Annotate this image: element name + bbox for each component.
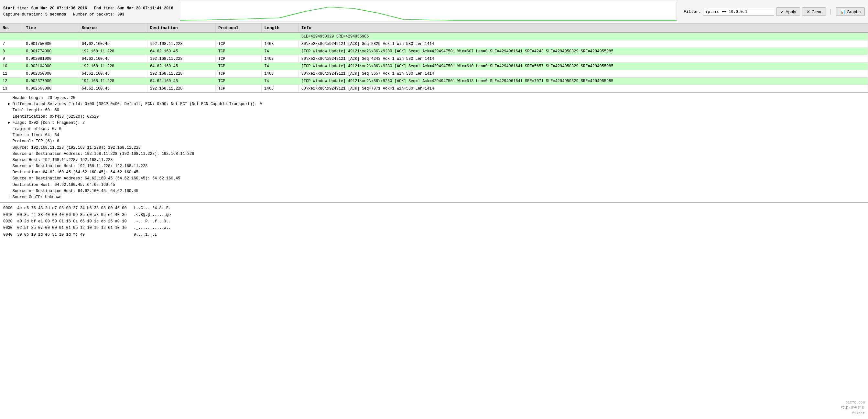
detail-line: Header Length: 20 bytes: 20 [3, 95, 865, 101]
table-row[interactable]: SLE=4294950329 SRE=4294955985 [0, 33, 868, 40]
clear-button[interactable]: ✕ Clear [802, 7, 826, 16]
cell-protocol [215, 33, 261, 40]
apply-button[interactable]: ✓ Apply [776, 7, 800, 16]
hex-line: 0030 02 5f 85 07 00 00 01 01 05 12 10 1e… [3, 225, 865, 231]
graph-svg [180, 2, 677, 21]
end-label: End time: [94, 6, 115, 11]
col-header-protocol: Protocol [215, 24, 261, 33]
cell-protocol: TCP [215, 85, 261, 93]
cell-length: 74 [261, 48, 299, 55]
detail-pane: Header Length: 20 bytes: 20 ► Differenti… [0, 93, 868, 202]
apply-label: Apply [785, 9, 796, 14]
detail-line: Source or Destination Host: 64.62.160.45… [3, 188, 865, 194]
hex-line: 0000 4c e6 76 43 2d e7 08 00 27 34 b6 38… [3, 205, 865, 212]
cell-source: 64.62.160.45 [79, 55, 147, 63]
cell-no [0, 33, 23, 40]
cell-destination: 64.62.160.45 [147, 77, 215, 85]
cell-time: 0.001774000 [23, 48, 79, 55]
graph-container [180, 2, 677, 21]
capture-info: Start time: Sun Mar 20 07:11:36 2016 End… [3, 5, 173, 18]
graphs-button[interactable]: 📊 Graphs [836, 7, 865, 16]
packets-label: Number of packets: [73, 12, 115, 17]
clear-label: Clear [811, 9, 822, 14]
cell-source: 64.62.160.45 [79, 40, 147, 48]
cell-source: 192.168.11.228 [79, 77, 147, 85]
detail-line: Total Length: 60: 60 [3, 107, 865, 114]
cell-length: 1468 [261, 40, 299, 48]
packet-tbody: SLE=4294950329 SRE=429495598570.00175000… [0, 33, 868, 93]
table-row[interactable]: 100.002104000192.168.11.22864.62.160.45T… [0, 63, 868, 70]
table-row[interactable]: 110.00235000064.62.160.45192.168.11.228T… [0, 70, 868, 77]
watermark-line1: 51CTO.com [841, 400, 865, 406]
detail-line: Source or Destination Address: 64.62.160… [3, 175, 865, 182]
detail-line: Time to live: 64: 64 [3, 132, 865, 138]
cell-time: 0.002081000 [23, 55, 79, 63]
watermark-line2: 技术·改变世界 [841, 405, 865, 411]
detail-line: Protocol: TCP (6): 6 [3, 138, 865, 144]
end-value: Sun Mar 20 07:11:41 2016 [117, 6, 173, 11]
detail-line: Destination Host: 64.62.160.45: 64.62.16… [3, 182, 865, 188]
col-header-source: Source [79, 24, 147, 33]
cell-time: 0.002663000 [23, 85, 79, 93]
cell-info: [TCP Window Update] 49121\xe2\x86\x9280 … [299, 63, 868, 70]
hex-line: 0020 a0 2d bf e1 00 50 01 16 0a 66 10 1d… [3, 218, 865, 225]
capture-duration-value: 5 seconds [45, 12, 66, 17]
table-row[interactable]: 130.00266300064.62.160.45192.168.11.228T… [0, 85, 868, 93]
table-row[interactable]: 120.002377000192.168.11.22864.62.160.45T… [0, 77, 868, 85]
cell-source: 64.62.160.45 [79, 85, 147, 93]
cell-length [261, 33, 299, 40]
hex-pane: 0000 4c e6 76 43 2d e7 08 00 27 34 b6 38… [0, 202, 868, 240]
table-header-row: No. Time Source Destination Protocol Len… [0, 24, 868, 33]
hex-line: 0010 00 3c f4 38 40 00 40 06 99 8b c0 a8… [3, 212, 865, 218]
packet-table: No. Time Source Destination Protocol Len… [0, 24, 868, 93]
cell-protocol: TCP [215, 40, 261, 48]
cell-destination [147, 33, 215, 40]
capture-duration-label: Capture duration: [3, 12, 43, 17]
cell-no: 7 [0, 40, 23, 48]
cell-length: 74 [261, 77, 299, 85]
cell-length: 74 [261, 63, 299, 70]
table-row[interactable]: 70.00175000064.62.160.45192.168.11.228TC… [0, 40, 868, 48]
col-header-destination: Destination [147, 24, 215, 33]
cell-no: 10 [0, 63, 23, 70]
cell-info: SLE=4294950329 SRE=4294955985 [299, 33, 868, 40]
filter-label: Filter: [683, 9, 701, 14]
col-header-time: Time [23, 24, 79, 33]
cell-info: 80\xe2\x86\x9249121 [ACK] Seq=7071 Ack=1… [299, 85, 868, 93]
detail-line: ► Differentiated Services Field: 0x00 (D… [3, 101, 865, 107]
filter-area: Filter: ✓ Apply ✕ Clear | 📊 Graphs [683, 7, 865, 16]
cell-no: 12 [0, 77, 23, 85]
cell-length: 1468 [261, 55, 299, 63]
col-header-length: Length [261, 24, 299, 33]
detail-line: Source or Destination Address: 192.168.1… [3, 151, 865, 157]
separator: | [829, 8, 833, 15]
cell-destination: 192.168.11.228 [147, 40, 215, 48]
col-header-no: No. [0, 24, 23, 33]
cell-length: 1468 [261, 70, 299, 77]
cell-destination: 192.168.11.228 [147, 55, 215, 63]
clear-icon: ✕ [806, 9, 810, 14]
cell-source [79, 33, 147, 40]
detail-line: Source or Destination Host: 192.168.11.2… [3, 163, 865, 169]
cell-no: 13 [0, 85, 23, 93]
cell-destination: 192.168.11.228 [147, 70, 215, 77]
watermark: 51CTO.com 技术·改变世界 filter [841, 400, 865, 416]
table-row[interactable]: 80.001774000192.168.11.22864.62.160.45TC… [0, 48, 868, 55]
cell-protocol: TCP [215, 77, 261, 85]
detail-line: Fragment offset: 0: 0 [3, 126, 865, 132]
watermark-line3: filter [841, 411, 865, 416]
header-bar: Start time: Sun Mar 20 07:11:36 2016 End… [0, 0, 868, 24]
detail-line: Source Host: 192.168.11.228: 192.168.11.… [3, 157, 865, 163]
cell-destination: 64.62.160.45 [147, 48, 215, 55]
packets-value: 393 [117, 12, 125, 17]
apply-icon: ✓ [780, 9, 784, 14]
cell-time [23, 33, 79, 40]
cell-destination: 192.168.11.228 [147, 85, 215, 93]
filter-input[interactable] [703, 8, 774, 15]
start-label: Start time: [3, 6, 29, 11]
col-header-info: Info [299, 24, 868, 33]
detail-line: Identification: 0xf438 (62520): 62520 [3, 114, 865, 120]
table-row[interactable]: 90.00208100064.62.160.45192.168.11.228TC… [0, 55, 868, 63]
cell-no: 8 [0, 48, 23, 55]
cell-length: 1468 [261, 85, 299, 93]
